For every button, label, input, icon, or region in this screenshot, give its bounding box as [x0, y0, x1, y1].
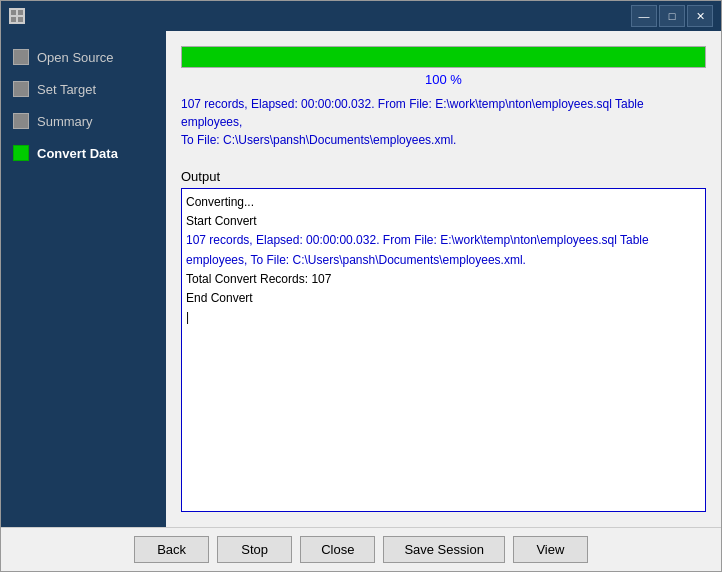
status-line1: 107 records, Elapsed: 00:00:00.032. From…	[181, 97, 644, 129]
svg-rect-2	[11, 17, 16, 22]
output-line: End Convert	[186, 289, 701, 308]
convert-data-label: Convert Data	[37, 146, 118, 161]
progress-section: 100 % 107 records, Elapsed: 00:00:00.032…	[181, 46, 706, 159]
sidebar-item-convert-data[interactable]: Convert Data	[1, 137, 166, 169]
summary-step-icon	[13, 113, 29, 129]
output-line: 107 records, Elapsed: 00:00:00.032. From…	[186, 231, 701, 269]
maximize-button[interactable]: □	[659, 5, 685, 27]
save-session-button[interactable]: Save Session	[383, 536, 505, 563]
app-icon	[9, 8, 25, 24]
summary-label: Summary	[37, 114, 93, 129]
output-line: |	[186, 308, 701, 327]
progress-bar-container	[181, 46, 706, 68]
main-window: — □ ✕ Open Source Set Target Summary Con…	[0, 0, 722, 572]
window-controls: — □ ✕	[631, 5, 713, 27]
output-section: Output Converting...Start Convert107 rec…	[181, 169, 706, 512]
close-window-button[interactable]: ✕	[687, 5, 713, 27]
view-button[interactable]: View	[513, 536, 588, 563]
output-label: Output	[181, 169, 706, 184]
sidebar-item-set-target[interactable]: Set Target	[1, 73, 166, 105]
svg-rect-1	[18, 10, 23, 15]
footer: Back Stop Close Save Session View	[1, 527, 721, 571]
set-target-step-icon	[13, 81, 29, 97]
progress-percent: 100 %	[181, 72, 706, 87]
main-content: 100 % 107 records, Elapsed: 00:00:00.032…	[166, 31, 721, 527]
svg-rect-3	[18, 17, 23, 22]
close-button[interactable]: Close	[300, 536, 375, 563]
minimize-button[interactable]: —	[631, 5, 657, 27]
stop-button[interactable]: Stop	[217, 536, 292, 563]
svg-rect-0	[11, 10, 16, 15]
set-target-label: Set Target	[37, 82, 96, 97]
back-button[interactable]: Back	[134, 536, 209, 563]
open-source-step-icon	[13, 49, 29, 65]
progress-bar-fill	[182, 47, 705, 67]
sidebar: Open Source Set Target Summary Convert D…	[1, 31, 166, 527]
content-area: Open Source Set Target Summary Convert D…	[1, 31, 721, 527]
title-bar-left	[9, 8, 25, 24]
sidebar-item-open-source[interactable]: Open Source	[1, 41, 166, 73]
output-line: Start Convert	[186, 212, 701, 231]
convert-data-step-icon	[13, 145, 29, 161]
status-text: 107 records, Elapsed: 00:00:00.032. From…	[181, 95, 706, 149]
output-line: Converting...	[186, 193, 701, 212]
output-line: Total Convert Records: 107	[186, 270, 701, 289]
title-bar: — □ ✕	[1, 1, 721, 31]
output-box[interactable]: Converting...Start Convert107 records, E…	[181, 188, 706, 512]
sidebar-item-summary[interactable]: Summary	[1, 105, 166, 137]
open-source-label: Open Source	[37, 50, 114, 65]
status-line2: To File: C:\Users\pansh\Documents\employ…	[181, 133, 456, 147]
